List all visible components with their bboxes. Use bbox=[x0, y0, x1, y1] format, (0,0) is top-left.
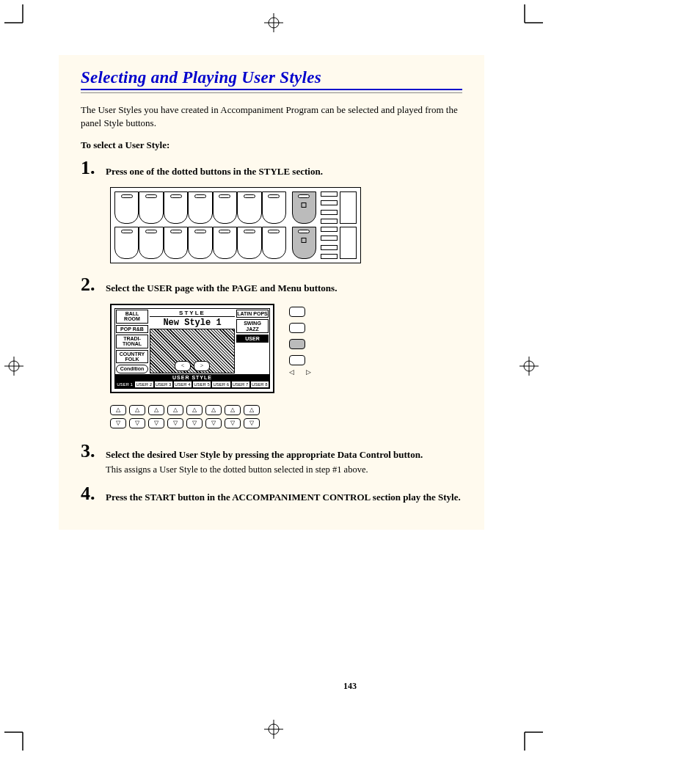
lcd-illustration: < > bbox=[150, 329, 235, 373]
style-button[interactable] bbox=[262, 191, 286, 224]
style-button[interactable] bbox=[237, 191, 261, 224]
lcd-user-slot-2[interactable]: USER 2 bbox=[134, 381, 153, 388]
style-button[interactable] bbox=[237, 227, 261, 259]
step-note: This assigns a User Style to the dotted … bbox=[106, 464, 462, 475]
data-up-button[interactable]: △ bbox=[205, 405, 222, 415]
lcd-menu-latin-pops[interactable]: LATIN POPS bbox=[236, 310, 269, 318]
lcd-menu-pop-rnb[interactable]: POP R&B bbox=[116, 325, 148, 333]
data-down-button[interactable]: ▽ bbox=[129, 418, 145, 428]
page-content: Selecting and Playing User Styles The Us… bbox=[59, 55, 484, 530]
lcd-user-slot-7[interactable]: USER 7 bbox=[231, 381, 250, 388]
lcd-menu-country-folk[interactable]: COUNTRY FOLK bbox=[116, 350, 148, 364]
figure-style-panel bbox=[110, 187, 462, 263]
procedure-subhead: To select a User Style: bbox=[81, 139, 462, 151]
page-number: 143 bbox=[0, 681, 700, 692]
data-up-button[interactable]: △ bbox=[244, 405, 260, 415]
title-rule-blue bbox=[81, 89, 462, 90]
data-down-button[interactable]: ▽ bbox=[167, 418, 183, 428]
lcd-menu-swing-jazz[interactable]: SWING JAZZ bbox=[236, 319, 269, 333]
step-title: Press one of the dotted buttons in the S… bbox=[106, 166, 462, 178]
step-title: Select the desired User Style by pressin… bbox=[106, 449, 462, 461]
data-down-button[interactable]: ▽ bbox=[244, 418, 260, 428]
menu-button-selected[interactable] bbox=[289, 339, 305, 349]
data-up-button[interactable]: △ bbox=[167, 405, 183, 415]
data-down-button[interactable]: ▽ bbox=[205, 418, 222, 428]
lcd-menu-ballroom[interactable]: BALL ROOM bbox=[116, 310, 148, 324]
style-button-dotted[interactable] bbox=[292, 227, 316, 259]
step-number: 4. bbox=[81, 484, 106, 504]
style-button[interactable] bbox=[164, 227, 188, 259]
lcd-page-prev-icon[interactable]: < bbox=[175, 361, 191, 371]
step-3: 3. Select the desired User Style by pres… bbox=[81, 442, 462, 475]
lcd-menu-user[interactable]: USER bbox=[236, 335, 269, 343]
menu-button[interactable] bbox=[289, 355, 305, 365]
page-next-icon[interactable]: ▷ bbox=[306, 368, 311, 376]
page-prev-icon[interactable]: ◁ bbox=[289, 368, 294, 376]
lcd-user-slot-5[interactable]: USER 5 bbox=[192, 381, 211, 388]
lcd-page-next-icon[interactable]: > bbox=[194, 361, 210, 371]
data-down-button[interactable]: ▽ bbox=[225, 418, 241, 428]
menu-buttons-column bbox=[289, 304, 311, 365]
step-number: 2. bbox=[81, 275, 106, 295]
intro-paragraph: The User Styles you have created in Acco… bbox=[81, 103, 462, 129]
panel-indicator-stack bbox=[321, 227, 338, 259]
style-button[interactable] bbox=[164, 191, 188, 224]
lcd-title: STYLE bbox=[150, 310, 235, 317]
style-button[interactable] bbox=[114, 227, 139, 259]
title-rule-grey bbox=[81, 92, 462, 93]
style-button[interactable] bbox=[114, 191, 139, 224]
step-number: 3. bbox=[81, 442, 106, 475]
figure-lcd-screen: BALL ROOM POP R&B TRADI- TIONAL COUNTRY … bbox=[110, 304, 462, 393]
step-title: Select the USER page with the PAGE and M… bbox=[106, 282, 462, 295]
style-button[interactable] bbox=[213, 191, 237, 224]
lcd-user-style-header: USER STYLE bbox=[115, 374, 269, 381]
lcd-current-style-name: New Style 1 bbox=[149, 317, 236, 329]
panel-slider[interactable] bbox=[340, 191, 357, 224]
lcd-user-slot-3[interactable]: USER 3 bbox=[154, 381, 173, 388]
menu-button[interactable] bbox=[289, 307, 305, 317]
lcd-condition-button[interactable]: Condition bbox=[116, 365, 148, 373]
data-down-button[interactable]: ▽ bbox=[148, 418, 164, 428]
panel-slider[interactable] bbox=[340, 227, 357, 259]
step-title: Press the START button in the ACCOMPANIM… bbox=[106, 492, 462, 504]
data-up-button[interactable]: △ bbox=[129, 405, 145, 415]
data-up-button[interactable]: △ bbox=[225, 405, 241, 415]
data-up-button[interactable]: △ bbox=[148, 405, 164, 415]
data-down-button[interactable]: ▽ bbox=[186, 418, 203, 428]
data-down-button[interactable]: ▽ bbox=[110, 418, 126, 428]
section-title: Selecting and Playing User Styles bbox=[81, 68, 462, 87]
style-button[interactable] bbox=[139, 191, 163, 224]
style-button[interactable] bbox=[188, 227, 212, 259]
lcd-user-slot-6[interactable]: USER 6 bbox=[211, 381, 230, 388]
step-1: 1. Press one of the dotted buttons in th… bbox=[81, 158, 462, 178]
lcd-frame: BALL ROOM POP R&B TRADI- TIONAL COUNTRY … bbox=[110, 304, 274, 393]
data-control-buttons: △ △ △ △ △ △ △ △ ▽ ▽ ▽ ▽ ▽ ▽ ▽ ▽ bbox=[110, 405, 462, 428]
data-up-button[interactable]: △ bbox=[110, 405, 126, 415]
lcd-user-slot-1[interactable]: USER 1 bbox=[115, 381, 134, 388]
style-button-dotted[interactable] bbox=[292, 191, 316, 224]
lcd-menu-traditional[interactable]: TRADI- TIONAL bbox=[116, 335, 148, 348]
menu-button[interactable] bbox=[289, 323, 305, 333]
lcd-user-slot-4[interactable]: USER 4 bbox=[173, 381, 192, 388]
panel-indicator-stack bbox=[321, 191, 338, 224]
step-number: 1. bbox=[81, 158, 106, 178]
style-button[interactable] bbox=[139, 227, 163, 259]
lcd-user-slots: USER 1 USER 2 USER 3 USER 4 USER 5 USER … bbox=[115, 381, 269, 388]
style-button[interactable] bbox=[188, 191, 212, 224]
data-up-button[interactable]: △ bbox=[186, 405, 203, 415]
style-button[interactable] bbox=[262, 227, 286, 259]
style-button[interactable] bbox=[213, 227, 237, 259]
lcd-user-slot-8[interactable]: USER 8 bbox=[250, 381, 269, 388]
step-4: 4. Press the START button in the ACCOMPA… bbox=[81, 484, 462, 504]
step-2: 2. Select the USER page with the PAGE an… bbox=[81, 275, 462, 295]
